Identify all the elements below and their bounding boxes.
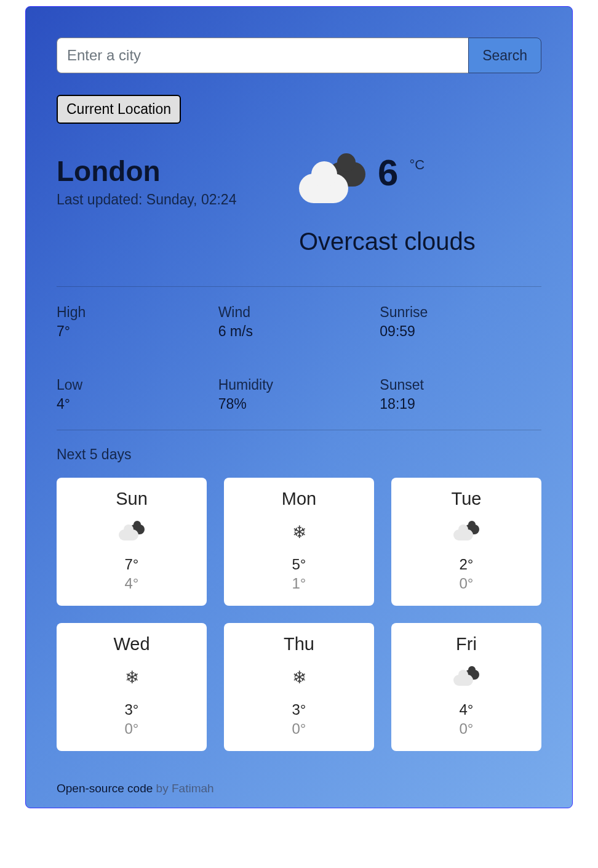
last-updated-time: Sunday, 02:24 [146,191,237,207]
stat-label: Humidity [218,377,380,393]
stat-high: High 7° [57,304,218,340]
stat-value: 09:59 [380,323,541,340]
stat-sunrise: Sunrise 09:59 [380,304,541,340]
forecast-high: 3° [230,701,368,718]
overcast-clouds-icon [299,157,367,203]
city-search-input[interactable] [57,38,468,73]
stat-low: Low 4° [57,377,218,412]
forecast-low: 0° [397,575,535,592]
forecast-low: 0° [397,720,535,737]
forecast-day: Tue [397,489,535,509]
current-weather-row: London Last updated: Sunday, 02:24 6 °C … [57,155,541,255]
forecast-high: 2° [397,556,535,573]
stat-label: High [57,304,218,321]
snowflake-icon: ❄ [230,668,368,688]
forecast-card: Sun 7° 4° [57,478,207,606]
city-info: London Last updated: Sunday, 02:24 [57,155,299,255]
cloud-icon [397,668,535,688]
stat-label: Low [57,377,218,393]
stat-sunset: Sunset 18:19 [380,377,541,412]
forecast-grid: Sun 7° 4° Mon ❄ 5° 1° Tue 2° 0° Wed [57,478,541,751]
forecast-low: 0° [230,720,368,737]
forecast-day: Wed [63,634,201,654]
last-updated-prefix: Last updated: [57,191,146,207]
snowflake-icon: ❄ [63,668,201,688]
stat-label: Wind [218,304,380,321]
forecast-day: Fri [397,634,535,654]
forecast-low: 0° [63,720,201,737]
condition-text: Overcast clouds [299,228,541,255]
weather-app: Search Current Location London Last upda… [25,6,573,808]
stats-grid: High 7° Wind 6 m/s Sunrise 09:59 Low 4° … [57,286,541,430]
forecast-day: Thu [230,634,368,654]
forecast-low: 1° [230,575,368,592]
stat-label: Sunrise [380,304,541,321]
stat-value: 78% [218,396,380,412]
search-row: Search [57,38,541,73]
stat-label: Sunset [380,377,541,393]
forecast-card: Fri 4° 0° [391,623,541,751]
forecast-card: Tue 2° 0° [391,478,541,606]
forecast-high: 7° [63,556,201,573]
stat-value: 7° [57,323,218,340]
footer-by: by Fatimah [153,782,213,795]
current-location-button[interactable]: Current Location [57,95,181,124]
stat-value: 18:19 [380,396,541,412]
current-conditions: 6 °C Overcast clouds [299,155,541,255]
footer-code-link[interactable]: Open-source code [57,782,153,795]
forecast-title: Next 5 days [57,446,541,463]
search-button[interactable]: Search [468,38,541,73]
stat-wind: Wind 6 m/s [218,304,380,340]
forecast-card: Wed ❄ 3° 0° [57,623,207,751]
forecast-high: 4° [397,701,535,718]
forecast-low: 4° [63,575,201,592]
cloud-icon [63,523,201,542]
city-name: London [57,155,299,188]
last-updated: Last updated: Sunday, 02:24 [57,191,299,208]
cloud-icon [397,523,535,542]
forecast-day: Mon [230,489,368,509]
forecast-high: 5° [230,556,368,573]
stat-value: 4° [57,396,218,412]
stat-value: 6 m/s [218,323,380,340]
footer: Open-source code by Fatimah [57,782,541,795]
forecast-high: 3° [63,701,201,718]
forecast-card: Thu ❄ 3° 0° [224,623,374,751]
temperature-row: 6 °C [299,155,541,203]
current-temperature: 6 [378,155,398,191]
temperature-unit: °C [409,157,425,173]
forecast-card: Mon ❄ 5° 1° [224,478,374,606]
snowflake-icon: ❄ [230,523,368,542]
forecast-day: Sun [63,489,201,509]
stat-humidity: Humidity 78% [218,377,380,412]
